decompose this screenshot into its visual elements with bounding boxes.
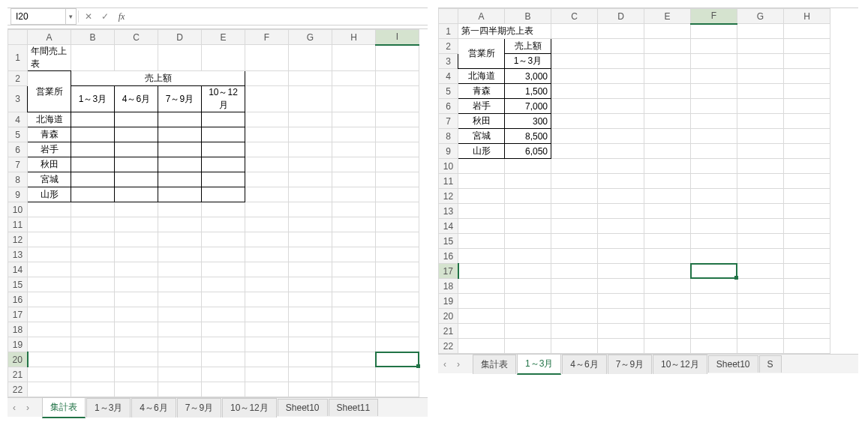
cell[interactable]: 3,000 (505, 69, 551, 84)
col-header[interactable]: A (28, 30, 71, 45)
cell[interactable] (115, 277, 158, 292)
cell[interactable] (158, 337, 202, 352)
cell[interactable]: 営業所 (28, 71, 71, 112)
tab-nav-next-icon[interactable]: › (452, 359, 465, 370)
cell[interactable] (289, 71, 332, 86)
cell[interactable] (115, 217, 158, 232)
cell[interactable] (332, 172, 376, 187)
selected-cell[interactable] (691, 264, 737, 279)
cell[interactable]: 山形 (458, 144, 505, 159)
row-header[interactable]: 15 (8, 277, 28, 292)
cell[interactable] (644, 54, 691, 69)
cell[interactable] (202, 157, 245, 172)
cell[interactable] (737, 189, 784, 204)
cell[interactable] (505, 249, 551, 264)
cell[interactable] (598, 144, 644, 159)
cell[interactable] (332, 382, 376, 397)
cell[interactable] (245, 367, 289, 382)
cell[interactable] (115, 322, 158, 337)
cell[interactable] (71, 127, 115, 142)
cell[interactable] (71, 367, 115, 382)
cell[interactable] (737, 24, 784, 39)
cell[interactable] (202, 367, 245, 382)
cell[interactable] (115, 127, 158, 142)
cell[interactable] (737, 84, 784, 99)
cell[interactable] (598, 324, 644, 339)
row-header[interactable]: 4 (439, 69, 458, 84)
cell[interactable] (158, 232, 202, 247)
cell[interactable] (644, 69, 691, 84)
cell[interactable] (644, 219, 691, 234)
cell[interactable] (784, 309, 830, 324)
cell[interactable] (784, 69, 830, 84)
cell[interactable]: 年間売上表 (28, 45, 71, 71)
cell[interactable] (691, 339, 737, 354)
cell[interactable] (202, 202, 245, 217)
row-header[interactable]: 3 (8, 86, 28, 112)
sheet-tab[interactable]: Sheet11 (329, 399, 379, 416)
cell[interactable] (458, 219, 505, 234)
cell[interactable] (202, 172, 245, 187)
cell[interactable] (28, 277, 71, 292)
row-header[interactable]: 19 (8, 337, 28, 352)
cell[interactable] (289, 86, 332, 112)
cell[interactable] (202, 142, 245, 157)
sheet-tab[interactable]: 10～12月 (653, 355, 707, 374)
cell[interactable] (332, 217, 376, 232)
sheet-tab[interactable]: 4～6月 (131, 398, 176, 418)
cell[interactable] (505, 294, 551, 309)
cell[interactable] (332, 367, 376, 382)
cell[interactable] (28, 307, 71, 322)
cell[interactable] (691, 144, 737, 159)
row-header[interactable]: 2 (8, 71, 28, 86)
cell[interactable] (691, 249, 737, 264)
cell[interactable] (551, 84, 598, 99)
cell[interactable] (784, 99, 830, 114)
selected-cell[interactable] (376, 352, 419, 367)
cell[interactable] (784, 219, 830, 234)
cell[interactable] (245, 247, 289, 262)
sheet-tab[interactable]: 1～3月 (86, 398, 131, 418)
cell[interactable] (598, 234, 644, 249)
cell[interactable] (202, 247, 245, 262)
cell[interactable] (71, 382, 115, 397)
cell[interactable] (644, 129, 691, 144)
cell[interactable] (376, 367, 419, 382)
row-header[interactable]: 13 (8, 247, 28, 262)
cell[interactable]: 青森 (28, 127, 71, 142)
cell[interactable] (505, 234, 551, 249)
cell[interactable] (691, 294, 737, 309)
row-header[interactable]: 15 (439, 234, 458, 249)
cell[interactable] (551, 339, 598, 354)
col-header[interactable]: D (158, 30, 202, 45)
cell[interactable] (332, 187, 376, 202)
row-header[interactable]: 20 (8, 352, 28, 367)
cell[interactable] (376, 307, 419, 322)
cell[interactable]: 青森 (458, 84, 505, 99)
cell[interactable] (737, 159, 784, 174)
cell[interactable] (332, 307, 376, 322)
cell[interactable]: 秋田 (458, 114, 505, 129)
cell[interactable] (737, 39, 784, 54)
row-header[interactable]: 12 (8, 232, 28, 247)
cell[interactable] (289, 202, 332, 217)
cell[interactable] (289, 367, 332, 382)
cell[interactable] (289, 292, 332, 307)
row-header[interactable]: 20 (439, 309, 458, 324)
cell[interactable] (28, 382, 71, 397)
sheet-tab[interactable]: 集計表 (473, 355, 516, 374)
cell[interactable] (784, 204, 830, 219)
cell[interactable] (71, 157, 115, 172)
cell[interactable] (245, 217, 289, 232)
cell[interactable] (332, 127, 376, 142)
col-header[interactable]: G (289, 30, 332, 45)
row-header[interactable]: 12 (439, 189, 458, 204)
cell[interactable] (289, 337, 332, 352)
row-header[interactable]: 22 (439, 339, 458, 354)
cell[interactable] (784, 294, 830, 309)
cell[interactable] (158, 142, 202, 157)
cell[interactable] (691, 324, 737, 339)
cell[interactable] (376, 217, 419, 232)
cell[interactable]: 第一四半期売上表 (458, 24, 551, 39)
cell[interactable] (376, 187, 419, 202)
